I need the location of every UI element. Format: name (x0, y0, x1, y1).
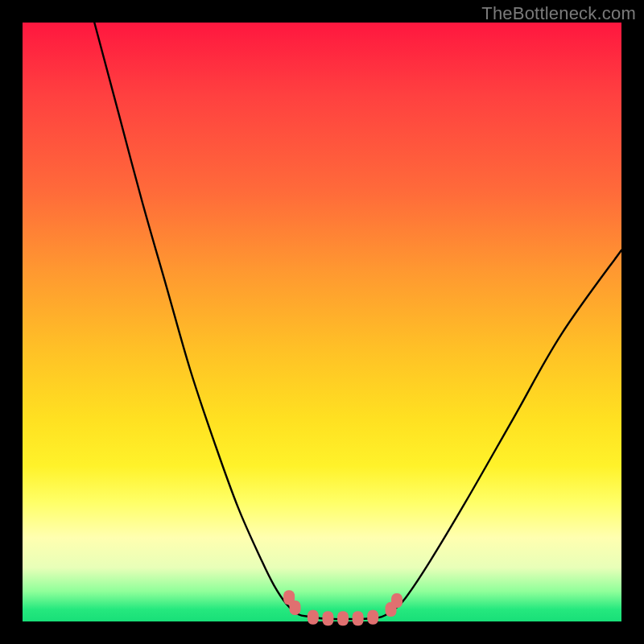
plot-area (23, 23, 621, 621)
valley-marker (337, 611, 349, 625)
chart-frame: TheBottleneck.com (0, 0, 644, 644)
valley-marker (322, 611, 333, 625)
valley-marker (391, 593, 402, 608)
valley-marker (308, 610, 319, 625)
bottleneck-curve (94, 23, 621, 619)
valley-marker (353, 611, 364, 625)
curve-layer (23, 23, 621, 621)
valley-marker (290, 601, 301, 615)
watermark-text: TheBottleneck.com (481, 3, 636, 24)
valley-marker (367, 610, 378, 625)
valley-markers (283, 590, 402, 625)
curve-path (94, 23, 621, 619)
